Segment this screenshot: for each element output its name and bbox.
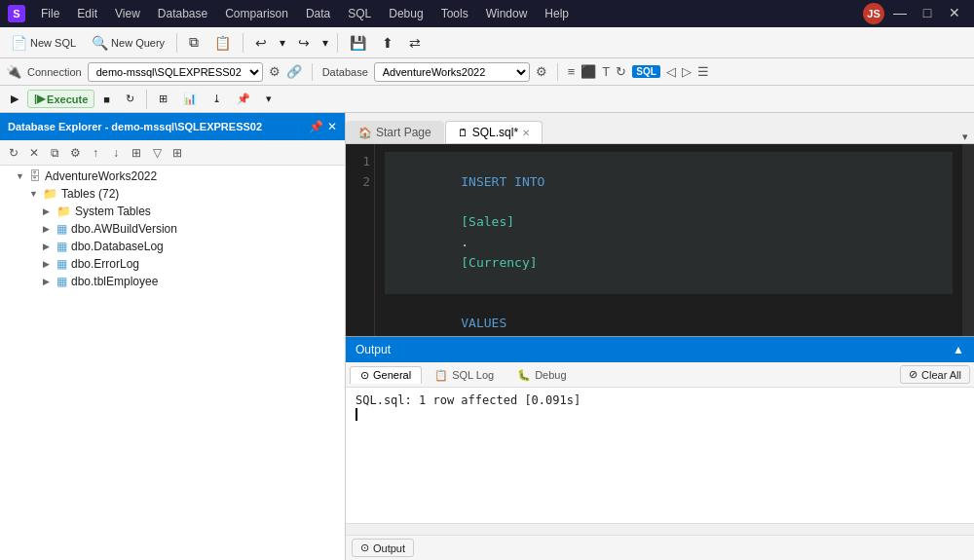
toolbar-sep-3 [337, 33, 338, 53]
transfer-button[interactable]: ⇄ [402, 32, 428, 54]
action-sep [146, 90, 147, 109]
menu-data[interactable]: Data [298, 5, 338, 22]
undo-dropdown-arrow: ▾ [280, 36, 285, 50]
db-explorer-pin-icon[interactable]: 📌 [309, 120, 323, 133]
group-button[interactable]: ⊞ [168, 143, 187, 163]
copy-tree-button[interactable]: ⧉ [45, 143, 64, 163]
toolbar-sep-2 [243, 33, 244, 53]
arrow-right-icon[interactable]: ▷ [682, 64, 692, 79]
grid-button[interactable]: ⊞ [152, 90, 174, 108]
copy-button[interactable]: ⧉ [182, 31, 206, 54]
minimize-button[interactable]: — [888, 3, 912, 22]
tab-sql-label: SQL.sql* [472, 126, 518, 139]
output-tab-sqllog[interactable]: 📋 SQL Log [424, 366, 505, 384]
filter-button[interactable]: ⚙ [65, 143, 85, 163]
arrow-sys-icon: ▶ [43, 206, 56, 216]
maximize-button[interactable]: □ [916, 3, 939, 22]
publish-button[interactable]: ⬆ [375, 32, 400, 54]
conn-refresh-icon[interactable]: 🔗 [286, 64, 302, 79]
save-button[interactable]: 💾 [343, 32, 373, 54]
output-collapse-icon[interactable]: ▲ [953, 343, 964, 356]
menu-comparison[interactable]: Comparison [217, 5, 296, 22]
sort-desc-button[interactable]: ↓ [106, 143, 126, 163]
menu-icon[interactable]: ☰ [697, 64, 709, 79]
format-icon[interactable]: ≡ [568, 64, 576, 79]
refresh-icon[interactable]: ↻ [616, 64, 626, 79]
chart-button[interactable]: 📊 [176, 90, 204, 108]
db-explorer-close-icon[interactable]: ✕ [327, 120, 337, 133]
sort-asc-button[interactable]: ↑ [86, 143, 105, 163]
text-icon[interactable]: T [602, 64, 610, 79]
title-bar: S File Edit View Database Comparison Dat… [0, 0, 974, 27]
menu-view[interactable]: View [107, 5, 148, 22]
toolbar-sep-1 [176, 33, 177, 53]
menu-window[interactable]: Window [478, 5, 536, 22]
db-settings-icon[interactable]: ⚙ [536, 64, 547, 79]
arrow-left-icon[interactable]: ◁ [666, 64, 676, 79]
tree-label-databaselog: dbo.DatabaseLog [71, 240, 164, 253]
code-line-1: INSERT INTO [Sales] . [Currency] [385, 152, 953, 294]
execute-icon: |▶ [34, 93, 45, 105]
tree-item-databaselog[interactable]: ▶ ▦ dbo.DatabaseLog [0, 238, 345, 255]
menu-tools[interactable]: Tools [433, 5, 476, 22]
panel-collapse-icon[interactable]: ▾ [962, 131, 968, 143]
user-badge: JS [863, 3, 884, 24]
refresh-button[interactable]: ↻ [119, 90, 141, 108]
editor-scrollbar[interactable] [962, 144, 974, 336]
connection-icon: 🔌 [6, 64, 21, 79]
undo-dropdown[interactable]: ▾ [276, 34, 289, 52]
menu-debug[interactable]: Debug [381, 5, 431, 22]
play-button[interactable]: ▶ [4, 90, 25, 108]
connection-select[interactable]: demo-mssql\SQLEXPRESS02 [88, 62, 263, 82]
db-explorer: Database Explorer - demo-mssql\SQLEXPRES… [0, 113, 346, 560]
export-button[interactable]: ⤓ [206, 90, 228, 108]
new-sql-button[interactable]: 📄 New SQL [4, 32, 83, 54]
redo-button[interactable]: ↪ [291, 32, 317, 54]
redo-dropdown[interactable]: ▾ [318, 34, 332, 52]
execute-button[interactable]: |▶ Execute [27, 90, 94, 108]
close-connection-button[interactable]: ✕ [24, 143, 44, 163]
editor-toolbar-right: ▾ [962, 131, 974, 143]
database-select[interactable]: AdventureWorks2022 [374, 62, 530, 82]
debug-label: Debug [535, 369, 566, 381]
debug-icon: 🐛 [517, 369, 531, 382]
connection-label: Connection [27, 66, 82, 78]
tree-item-system-tables[interactable]: ▶ 📁 System Tables [0, 203, 345, 220]
tree-item-awbuildversion[interactable]: ▶ ▦ dbo.AWBuildVersion [0, 220, 345, 238]
tab-sql-file[interactable]: 🗒 SQL.sql* ✕ [445, 121, 543, 143]
expand-button[interactable]: ⊞ [127, 143, 146, 163]
menu-database[interactable]: Database [150, 5, 215, 22]
output-tab-general[interactable]: ⊙ General [350, 366, 422, 384]
menu-help[interactable]: Help [537, 5, 577, 22]
tree-label-system-tables: System Tables [75, 205, 151, 218]
tab-close-icon[interactable]: ✕ [522, 128, 530, 138]
tree-item-errorlog[interactable]: ▶ ▦ dbo.ErrorLog [0, 255, 345, 273]
conn-settings-icon[interactable]: ⚙ [269, 64, 281, 79]
menu-file[interactable]: File [33, 5, 67, 22]
output-scrollbar-h[interactable] [346, 523, 974, 535]
tab-start-page[interactable]: 🏠 Start Page [346, 121, 444, 143]
general-label: General [373, 369, 411, 381]
menu-sql[interactable]: SQL [340, 5, 379, 22]
stop-button[interactable]: ■ [96, 91, 117, 108]
output-panel: Output ▲ ⊙ General 📋 SQL Log 🐛 Debug [346, 336, 974, 560]
code-editor[interactable]: INSERT INTO [Sales] . [Currency] VALUES … [375, 144, 962, 336]
menu-edit[interactable]: Edit [69, 5, 105, 22]
sql-icon[interactable]: SQL [632, 65, 660, 78]
pin-button[interactable]: 📌 [230, 90, 257, 108]
close-button[interactable]: ✕ [943, 3, 966, 22]
tree-item-db[interactable]: ▼ 🗄 AdventureWorks2022 [0, 168, 345, 185]
refresh-tree-button[interactable]: ↻ [4, 143, 23, 163]
more-button[interactable]: ▾ [259, 90, 279, 108]
folder-icon: 📁 [43, 187, 57, 201]
output-tab-debug[interactable]: 🐛 Debug [506, 366, 577, 384]
rows-icon[interactable]: ⬛ [581, 64, 596, 79]
undo-button[interactable]: ↩ [248, 32, 274, 54]
paste-button[interactable]: 📋 [207, 32, 238, 54]
tree-item-tblemployee[interactable]: ▶ ▦ dbo.tblEmployee [0, 273, 345, 290]
output-footer-button[interactable]: ⊙ Output [352, 539, 414, 557]
clear-all-button[interactable]: ⊘ Clear All [900, 365, 970, 384]
filter2-button[interactable]: ▽ [147, 143, 167, 163]
new-query-button[interactable]: 🔍 New Query [85, 32, 171, 54]
tree-item-tables[interactable]: ▼ 📁 Tables (72) [0, 185, 345, 203]
